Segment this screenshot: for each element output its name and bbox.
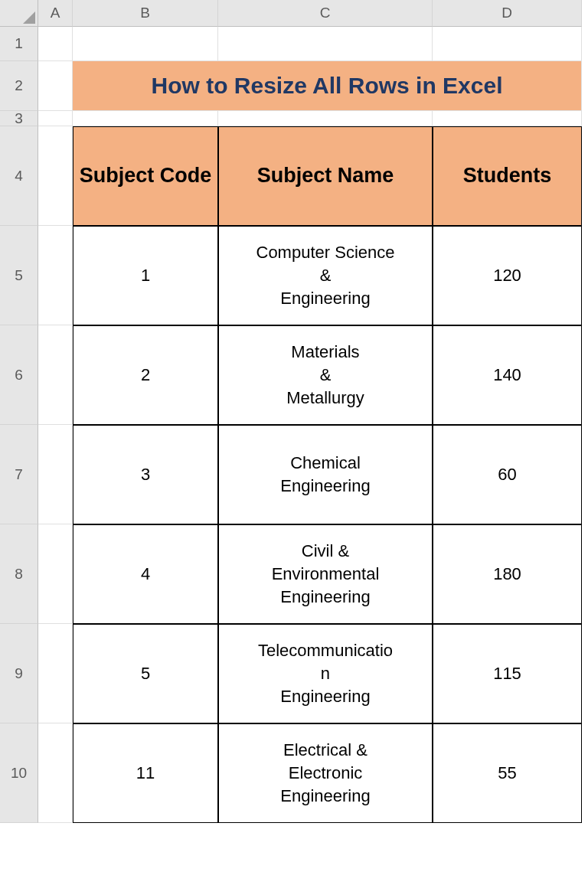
table-cell-name[interactable]: Chemical Engineering bbox=[218, 425, 433, 524]
row-header-2[interactable]: 2 bbox=[0, 61, 38, 111]
table-cell-students[interactable]: 120 bbox=[433, 226, 582, 325]
row-header-10[interactable]: 10 bbox=[0, 723, 38, 823]
cell-a6[interactable] bbox=[38, 325, 73, 425]
table-cell-code[interactable]: 1 bbox=[73, 226, 218, 325]
cell-a4[interactable] bbox=[38, 126, 73, 226]
row-header-5[interactable]: 5 bbox=[0, 226, 38, 325]
cell-d3[interactable] bbox=[433, 111, 582, 126]
cell-b1[interactable] bbox=[73, 27, 218, 61]
table-header-subject-name[interactable]: Subject Name bbox=[218, 126, 433, 226]
table-header-subject-code[interactable]: Subject Code bbox=[73, 126, 218, 226]
table-cell-students[interactable]: 140 bbox=[433, 325, 582, 425]
table-header-students[interactable]: Students bbox=[433, 126, 582, 226]
row-header-8[interactable]: 8 bbox=[0, 524, 38, 624]
table-cell-students[interactable]: 60 bbox=[433, 425, 582, 524]
table-cell-code[interactable]: 2 bbox=[73, 325, 218, 425]
cell-a9[interactable] bbox=[38, 624, 73, 723]
row-header-6[interactable]: 6 bbox=[0, 325, 38, 425]
table-cell-code[interactable]: 4 bbox=[73, 524, 218, 624]
cell-a3[interactable] bbox=[38, 111, 73, 126]
table-cell-code[interactable]: 11 bbox=[73, 723, 218, 823]
cell-c1[interactable] bbox=[218, 27, 433, 61]
table-cell-name[interactable]: Electrical & Electronic Engineering bbox=[218, 723, 433, 823]
table-cell-name[interactable]: Materials & Metallurgy bbox=[218, 325, 433, 425]
row-header-7[interactable]: 7 bbox=[0, 425, 38, 524]
table-cell-students[interactable]: 55 bbox=[433, 723, 582, 823]
row-header-1[interactable]: 1 bbox=[0, 27, 38, 61]
spreadsheet-grid: A B C D 1 2 3 4 5 6 7 8 9 10 How to Resi… bbox=[0, 0, 588, 823]
table-cell-code[interactable]: 3 bbox=[73, 425, 218, 524]
cell-d1[interactable] bbox=[433, 27, 582, 61]
select-all-corner[interactable] bbox=[0, 0, 38, 27]
row-header-3[interactable]: 3 bbox=[0, 111, 38, 126]
column-header-a[interactable]: A bbox=[38, 0, 73, 27]
table-cell-name[interactable]: Telecommunicatio n Engineering bbox=[218, 624, 433, 723]
table-cell-code[interactable]: 5 bbox=[73, 624, 218, 723]
row-header-9[interactable]: 9 bbox=[0, 624, 38, 723]
column-header-d[interactable]: D bbox=[433, 0, 582, 27]
cell-b3[interactable] bbox=[73, 111, 218, 126]
row-header-4[interactable]: 4 bbox=[0, 126, 38, 226]
cell-c3[interactable] bbox=[218, 111, 433, 126]
cell-a1[interactable] bbox=[38, 27, 73, 61]
cell-a7[interactable] bbox=[38, 425, 73, 524]
table-cell-name[interactable]: Civil & Environmental Engineering bbox=[218, 524, 433, 624]
cell-a10[interactable] bbox=[38, 723, 73, 823]
cell-a5[interactable] bbox=[38, 226, 73, 325]
cell-a8[interactable] bbox=[38, 524, 73, 624]
cell-a2[interactable] bbox=[38, 61, 73, 111]
table-cell-students[interactable]: 180 bbox=[433, 524, 582, 624]
table-cell-students[interactable]: 115 bbox=[433, 624, 582, 723]
page-title[interactable]: How to Resize All Rows in Excel bbox=[73, 61, 582, 111]
column-header-b[interactable]: B bbox=[73, 0, 218, 27]
column-header-c[interactable]: C bbox=[218, 0, 433, 27]
table-cell-name[interactable]: Computer Science & Engineering bbox=[218, 226, 433, 325]
